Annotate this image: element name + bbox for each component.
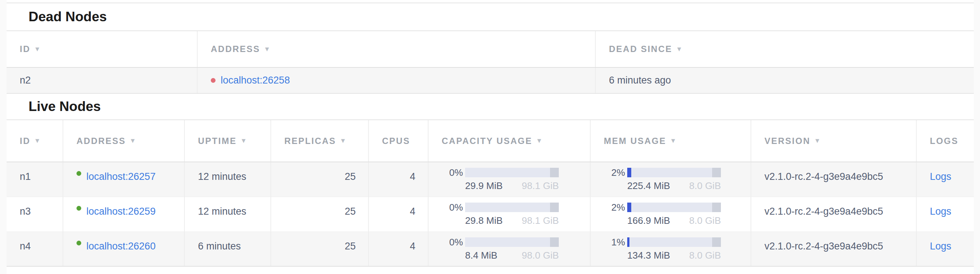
capacity-used-value: 29.9 MiB [465,180,503,191]
sort-arrow-icon: ▼ [34,45,41,53]
node-uptime-cell: 6 minutes [185,232,271,266]
memory-total-value: 8.0 GiB [689,250,721,261]
node-cpus-cell: 4 [369,197,428,231]
node-logs-link[interactable]: Logs [930,206,951,217]
capacity-percent: 0% [442,237,463,248]
capacity-bar-reserved-segment [550,237,559,247]
capacity-total-value: 98.0 GiB [522,250,559,261]
capacity-percent: 0% [442,167,463,178]
capacity-bar-reserved-segment [550,202,559,212]
node-logs-cell: Logs [917,197,974,231]
sort-arrow-icon: ▼ [130,137,136,145]
dead-header-address[interactable]: ADDRESS ▼ [197,31,596,67]
capacity-bar [465,202,559,212]
live-nodes-table: ID ▼ ADDRESS ▼ UPTIME ▼ REPLICAS ▼ CPUS … [6,120,974,267]
live-node-row: n4 localhost:26260 6 minutes 25 4 0% [6,232,974,267]
capacity-bar-reserved-segment [550,168,559,177]
sort-arrow-icon: ▼ [264,45,270,53]
node-capacity-usage-cell: 0% 8.4 MiB 98.0 GiB [428,232,591,266]
node-replicas-cell: 25 [271,162,369,197]
node-replicas-cell: 25 [271,232,369,266]
memory-bar [627,202,721,212]
node-version-cell: v2.1.0-rc.2-4-g3e9a4e9bc5 [751,162,917,197]
nodes-overview-panel: Dead Nodes ID ▼ ADDRESS ▼ DEAD SINCE ▼ n… [6,0,974,274]
dead-nodes-header-row: ID ▼ ADDRESS ▼ DEAD SINCE ▼ [6,31,974,68]
memory-bar-fill [627,168,631,177]
live-node-dot-icon [76,206,81,210]
live-header-cpus: CPUS [369,120,428,161]
capacity-percent: 0% [442,202,463,213]
node-id-cell: n3 [6,197,63,231]
dead-header-id[interactable]: ID ▼ [6,31,197,67]
live-header-capacity-usage[interactable]: CAPACITY USAGE ▼ [428,120,591,161]
node-address-cell: localhost:26259 [63,197,185,231]
live-header-mem-usage[interactable]: MEM USAGE ▼ [591,120,751,161]
memory-bar [627,168,721,177]
dead-node-id-cell: n2 [6,68,197,93]
memory-bar-reserved-segment [712,237,721,247]
live-node-row: n1 localhost:26257 12 minutes 25 4 0% [6,162,974,197]
sort-arrow-icon: ▼ [536,137,542,145]
top-divider [6,0,974,3]
capacity-total-value: 98.1 GiB [522,215,559,226]
memory-total-value: 8.0 GiB [689,180,721,191]
node-capacity-usage-cell: 0% 29.9 MiB 98.1 GiB [428,162,591,197]
dead-header-dead-since[interactable]: DEAD SINCE ▼ [596,31,974,67]
live-node-dot-icon [76,241,81,245]
memory-used-value: 134.3 MiB [627,250,670,261]
live-header-replicas[interactable]: REPLICAS ▼ [271,120,369,161]
live-node-row: n3 localhost:26259 12 minutes 25 4 0% [6,197,974,232]
node-capacity-usage-cell: 0% 29.8 MiB 98.1 GiB [428,197,591,231]
dead-nodes-title: Dead Nodes [6,3,974,31]
node-logs-cell: Logs [917,162,974,197]
dead-node-dot-icon [211,78,216,83]
node-address-cell: localhost:26257 [63,162,185,197]
capacity-bar [465,168,559,177]
memory-bar-reserved-segment [712,168,721,177]
live-header-id[interactable]: ID ▼ [6,120,63,161]
dead-node-row: n2 localhost:26258 6 minutes ago [6,68,974,94]
node-logs-cell: Logs [917,232,974,266]
sort-arrow-icon: ▼ [34,137,41,145]
memory-bar [627,237,721,247]
capacity-used-value: 8.4 MiB [465,250,497,261]
dead-node-dead-since-cell: 6 minutes ago [596,68,974,93]
live-nodes-header-row: ID ▼ ADDRESS ▼ UPTIME ▼ REPLICAS ▼ CPUS … [6,120,974,162]
sort-arrow-icon: ▼ [340,137,346,145]
node-uptime-cell: 12 minutes [185,162,271,197]
node-replicas-cell: 25 [271,197,369,231]
dead-node-address-link[interactable]: localhost:26258 [221,75,290,86]
dead-nodes-table: ID ▼ ADDRESS ▼ DEAD SINCE ▼ n2 localhost… [6,31,974,94]
memory-bar-fill [627,237,629,247]
capacity-bar [465,237,559,247]
node-id-cell: n4 [6,232,63,266]
node-mem-usage-cell: 1% 134.3 MiB 8.0 GiB [591,232,751,266]
node-address-link[interactable]: localhost:26259 [86,206,156,217]
node-version-cell: v2.1.0-rc.2-4-g3e9a4e9bc5 [751,197,917,231]
memory-percent: 2% [604,202,625,213]
node-address-link[interactable]: localhost:26257 [86,171,156,182]
live-header-uptime[interactable]: UPTIME ▼ [185,120,271,161]
node-address-cell: localhost:26260 [63,232,185,266]
sort-arrow-icon: ▼ [670,137,677,145]
node-address-link[interactable]: localhost:26260 [86,241,156,252]
node-logs-link[interactable]: Logs [930,241,951,252]
live-header-logs: LOGS [917,120,974,161]
node-uptime-cell: 12 minutes [185,197,271,231]
node-logs-link[interactable]: Logs [930,171,951,182]
memory-total-value: 8.0 GiB [689,215,721,226]
memory-percent: 1% [604,237,625,248]
node-version-cell: v2.1.0-rc.2-4-g3e9a4e9bc5 [751,232,917,266]
capacity-used-value: 29.8 MiB [465,215,503,226]
memory-used-value: 225.4 MiB [627,180,670,191]
node-id-cell: n1 [6,162,63,197]
live-nodes-title: Live Nodes [6,94,974,120]
memory-bar-reserved-segment [712,202,721,212]
dead-node-address-cell: localhost:26258 [197,68,596,93]
live-header-address[interactable]: ADDRESS ▼ [63,120,185,161]
memory-bar-fill [627,202,631,212]
live-node-dot-icon [76,171,81,176]
sort-arrow-icon: ▼ [676,45,682,53]
sort-arrow-icon: ▼ [814,137,821,145]
live-header-version[interactable]: VERSION ▼ [751,120,917,161]
